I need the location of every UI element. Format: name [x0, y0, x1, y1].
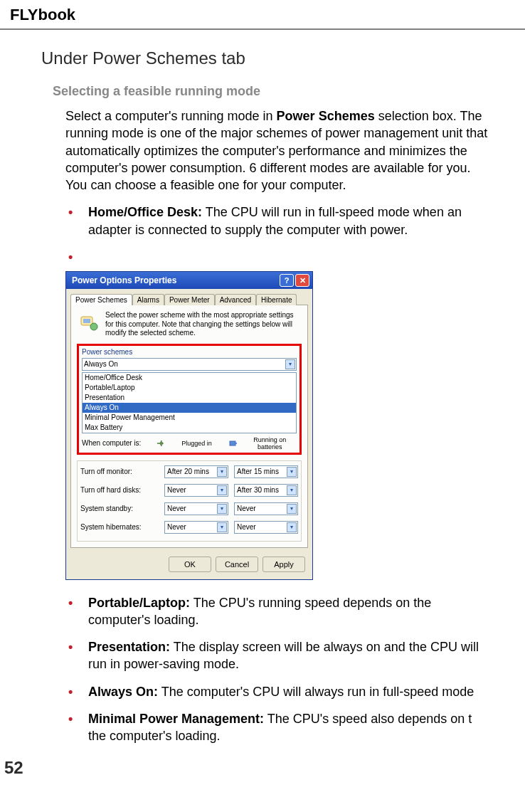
chevron-down-icon: ▾: [285, 359, 295, 369]
settings-group: Turn off monitor: After 20 mins▾ After 1…: [77, 460, 302, 542]
harddisk-plugged-select[interactable]: Never▾: [164, 484, 228, 497]
group-label: Power schemes: [82, 348, 297, 356]
tab-strip: Power Schemes Alarms Power Meter Advance…: [66, 289, 312, 305]
mode-item: Minimal Power Management: The CPU's spee…: [68, 710, 491, 745]
monitor-plugged-select[interactable]: After 20 mins▾: [164, 465, 228, 478]
modes-list-before: Home/Office Desk: The CPU will run in fu…: [68, 204, 491, 261]
divider: [0, 28, 525, 30]
power-scheme-listbox[interactable]: Home/Office Desk Portable/Laptop Present…: [82, 372, 297, 433]
titlebar: Power Options Properties ? ✕: [66, 272, 312, 289]
highlighted-selection-area: Power schemes Always On ▾ Home/Office De…: [77, 344, 302, 455]
chevron-down-icon: ▾: [217, 504, 227, 514]
when-label: When computer is:: [82, 439, 151, 447]
power-options-dialog: Power Options Properties ? ✕ Power Schem…: [65, 271, 313, 580]
close-button[interactable]: ✕: [295, 274, 309, 287]
chevron-down-icon: ▾: [217, 522, 227, 532]
chevron-down-icon: ▾: [287, 485, 297, 495]
intro-paragraph: Select a computer's running mode in Powe…: [65, 107, 491, 194]
battery-icon: [228, 438, 238, 449]
mode-label: Portable/Laptop:: [88, 596, 190, 610]
hibernate-battery-select[interactable]: Never▾: [234, 521, 298, 534]
subsection-heading: Selecting a feasible running mode: [53, 84, 491, 99]
mode-label: Minimal Power Management:: [88, 712, 264, 726]
standby-battery-select[interactable]: Never▾: [234, 502, 298, 515]
mode-label: Home/Office Desk:: [88, 205, 202, 219]
mode-label: Presentation:: [88, 640, 170, 654]
row-label: System hibernates:: [80, 523, 159, 531]
brand-logo: FLYbook: [10, 6, 75, 23]
mode-item-empty: [68, 248, 491, 261]
select-value: After 20 mins: [167, 468, 209, 475]
select-value: After 30 mins: [237, 486, 279, 494]
battery-header: Running on batteries: [243, 436, 297, 450]
chevron-down-icon: ▾: [217, 467, 227, 477]
svg-point-2: [90, 323, 97, 330]
mode-item: Portable/Laptop: The CPU's running speed…: [68, 594, 491, 629]
chevron-down-icon: ▾: [287, 467, 297, 477]
select-value: Never: [237, 523, 256, 531]
mode-item: Always On: The computer's CPU will alway…: [68, 683, 491, 700]
dialog-title: Power Options Properties: [69, 275, 278, 285]
option-max-battery[interactable]: Max Battery: [83, 423, 296, 433]
intro-text-prefix: Select a computer's running mode in: [65, 109, 277, 123]
option-minimal-power[interactable]: Minimal Power Management: [83, 413, 296, 423]
standby-plugged-select[interactable]: Never▾: [164, 502, 228, 515]
section-heading: Under Power Schemes tab: [41, 48, 491, 68]
help-button[interactable]: ?: [280, 274, 294, 287]
tab-hibernate[interactable]: Hibernate: [256, 294, 297, 305]
cancel-button[interactable]: Cancel: [216, 557, 258, 572]
power-scheme-combo[interactable]: Always On ▾: [82, 358, 297, 371]
monitor-battery-select[interactable]: After 15 mins▾: [234, 465, 298, 478]
svg-rect-1: [83, 319, 90, 323]
svg-rect-3: [230, 441, 235, 445]
power-icon: [77, 311, 100, 334]
apply-button[interactable]: Apply: [262, 557, 305, 572]
option-home-office[interactable]: Home/Office Desk: [83, 373, 296, 383]
plugged-header: Plugged in: [170, 440, 223, 447]
select-value: Never: [167, 486, 186, 494]
option-presentation[interactable]: Presentation: [83, 393, 296, 403]
mode-item: Presentation: The display screen will be…: [68, 638, 491, 673]
tab-power-meter[interactable]: Power Meter: [164, 294, 215, 305]
select-value: Never: [167, 523, 186, 531]
tab-alarms[interactable]: Alarms: [132, 294, 164, 305]
select-value: Never: [167, 505, 186, 512]
select-value: Never: [237, 505, 256, 512]
tab-power-schemes[interactable]: Power Schemes: [70, 294, 132, 305]
option-always-on[interactable]: Always On: [83, 403, 296, 413]
row-label: Turn off hard disks:: [80, 486, 159, 494]
svg-rect-4: [235, 443, 237, 444]
chevron-down-icon: ▾: [287, 504, 297, 514]
intro-text-bold: Power Schemes: [277, 109, 375, 123]
combo-value: Always On: [84, 360, 118, 368]
plug-icon: [155, 438, 166, 449]
chevron-down-icon: ▾: [287, 522, 297, 532]
row-label: Turn off monitor:: [80, 468, 159, 475]
option-portable-laptop[interactable]: Portable/Laptop: [83, 383, 296, 393]
page-number: 52: [4, 758, 23, 778]
row-label: System standby:: [80, 505, 159, 512]
tab-advanced[interactable]: Advanced: [215, 294, 256, 305]
mode-label: Always On:: [88, 685, 158, 699]
hibernate-plugged-select[interactable]: Never▾: [164, 521, 228, 534]
ok-button[interactable]: OK: [169, 557, 211, 572]
modes-list-after: Portable/Laptop: The CPU's running speed…: [68, 594, 491, 745]
harddisk-battery-select[interactable]: After 30 mins▾: [234, 484, 298, 497]
chevron-down-icon: ▾: [217, 485, 227, 495]
select-value: After 15 mins: [237, 468, 279, 475]
dialog-intro-text: Select the power scheme with the most ap…: [105, 311, 302, 338]
tab-body: Select the power scheme with the most ap…: [70, 305, 308, 548]
dialog-figure: Power Options Properties ? ✕ Power Schem…: [65, 271, 491, 580]
mode-text: The computer's CPU will always run in fu…: [158, 685, 474, 699]
mode-item: Home/Office Desk: The CPU will run in fu…: [68, 204, 491, 238]
